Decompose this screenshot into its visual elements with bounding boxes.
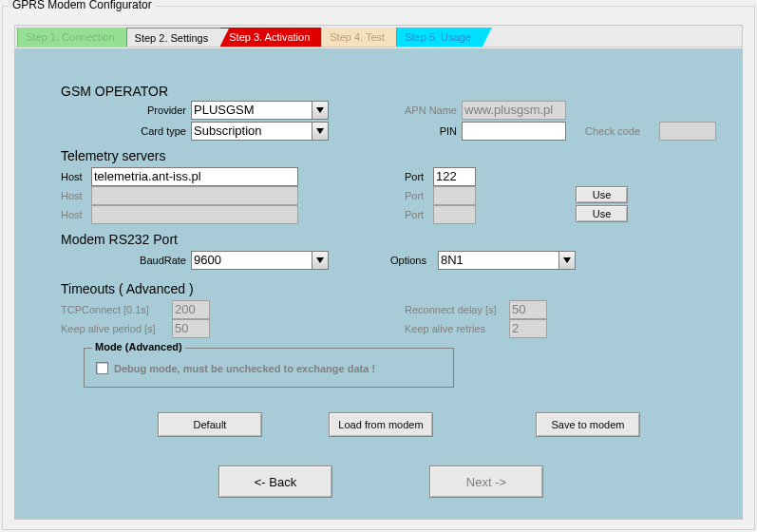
retries-value: 2 xyxy=(512,321,519,335)
use2-button[interactable]: Use xyxy=(576,186,628,203)
default-button[interactable]: Default xyxy=(158,412,262,437)
cardtype-select[interactable]: Subscription xyxy=(191,122,329,141)
baudrate-label: BaudRate xyxy=(120,255,186,266)
wizard-tabs: Step 1. Connection Step 2. Settings Step… xyxy=(14,25,743,48)
tab-label: Step 3. Activation xyxy=(229,31,310,43)
cardtype-label: Card type xyxy=(120,125,186,137)
port1-label: Port xyxy=(405,171,428,182)
port2-input xyxy=(433,186,476,205)
apn-input: www.plusgsm.pl xyxy=(462,101,566,120)
reconnect-input: 50 xyxy=(509,300,547,319)
keepalive-label: Keep alive period [s] xyxy=(61,323,165,334)
use-label: Use xyxy=(593,189,612,200)
host1-input[interactable]: telemetria.ant-iss.pl xyxy=(91,167,298,186)
host1-value: telemetria.ant-iss.pl xyxy=(94,169,201,183)
chevron-down-icon xyxy=(312,252,328,269)
reconnect-label: Reconnect delay [s] xyxy=(405,304,509,315)
tab-label: Step 5. Usage xyxy=(405,31,471,43)
rs232-title: Modem RS232 Port xyxy=(61,232,178,247)
port1-value: 122 xyxy=(436,169,457,183)
options-select[interactable]: 8N1 xyxy=(438,251,576,270)
reconnect-value: 50 xyxy=(512,302,525,316)
keepalive-value: 50 xyxy=(175,321,188,335)
save-label: Save to modem xyxy=(551,419,624,430)
port2-label: Port xyxy=(405,190,428,201)
tcpconnect-value: 200 xyxy=(175,302,196,316)
host2-label: Host xyxy=(61,190,89,201)
port1-input[interactable]: 122 xyxy=(433,167,476,186)
tab-label: Step 4. Test xyxy=(330,31,385,43)
use-label: Use xyxy=(593,208,612,219)
next-label: Next -> xyxy=(466,475,506,489)
tab-label: Step 2. Settings xyxy=(135,32,209,44)
host1-label: Host xyxy=(61,171,89,182)
baudrate-select[interactable]: 9600 xyxy=(191,251,329,270)
checkbox-box-icon xyxy=(96,362,108,374)
tab-test[interactable]: Step 4. Test xyxy=(321,28,396,47)
gsm-operator-title: GSM OPERATOR xyxy=(61,84,168,99)
debug-mode-label: Debug mode, must be unchecked to exchang… xyxy=(114,363,375,374)
next-button: Next -> xyxy=(429,466,543,498)
port3-input xyxy=(433,205,476,224)
load-label: Load from modem xyxy=(338,419,423,430)
timeouts-title: Timeouts ( Advanced ) xyxy=(61,281,194,296)
checkcode-input xyxy=(659,122,716,141)
cardtype-value: Subscription xyxy=(194,124,262,138)
options-value: 8N1 xyxy=(441,253,464,267)
mode-legend: Mode (Advanced) xyxy=(92,341,185,352)
use3-button[interactable]: Use xyxy=(576,205,628,222)
host3-input xyxy=(91,205,298,224)
default-label: Default xyxy=(194,419,227,430)
chevron-down-icon xyxy=(312,102,328,119)
provider-label: Provider xyxy=(120,104,186,116)
apn-value: www.plusgsm.pl xyxy=(464,103,553,117)
host2-input xyxy=(91,186,298,205)
back-label: <- Back xyxy=(255,475,296,489)
tcpconnect-input: 200 xyxy=(172,300,210,319)
provider-value: PLUSGSM xyxy=(194,103,255,117)
checkcode-label: Check code xyxy=(585,125,652,137)
tcpconnect-label: TCPConnect [0.1s] xyxy=(61,304,165,315)
mode-groupbox: Mode (Advanced) Debug mode, must be unch… xyxy=(84,348,454,388)
provider-select[interactable]: PLUSGSM xyxy=(191,101,329,120)
debug-mode-checkbox[interactable]: Debug mode, must be unchecked to exchang… xyxy=(96,362,375,374)
tab-usage[interactable]: Step 5. Usage xyxy=(396,28,483,47)
retries-label: Keep alive retries xyxy=(405,323,509,334)
chevron-down-icon xyxy=(312,123,328,140)
load-from-modem-button[interactable]: Load from modem xyxy=(329,412,433,437)
window-title: GPRS Modem Configurator xyxy=(9,0,156,11)
tab-connection[interactable]: Step 1. Connection xyxy=(17,28,126,47)
options-label: Options xyxy=(390,255,438,266)
back-button[interactable]: <- Back xyxy=(218,466,332,498)
baudrate-value: 9600 xyxy=(194,253,221,267)
tab-activation[interactable]: Step 3. Activation xyxy=(220,28,321,47)
apn-label: APN Name xyxy=(390,104,457,116)
host3-label: Host xyxy=(61,209,89,220)
pin-input[interactable] xyxy=(462,122,566,141)
tab-settings[interactable]: Step 2. Settings xyxy=(126,28,221,47)
tab-label: Step 1. Connection xyxy=(26,31,115,43)
keepalive-input: 50 xyxy=(172,319,210,338)
chevron-down-icon xyxy=(558,252,575,269)
save-to-modem-button[interactable]: Save to modem xyxy=(536,412,640,437)
pin-label: PIN xyxy=(390,125,457,137)
retries-input: 2 xyxy=(509,319,547,338)
settings-panel: GSM OPERATOR Provider PLUSGSM Card type … xyxy=(14,48,743,520)
telemetry-title: Telemetry servers xyxy=(61,148,165,163)
port3-label: Port xyxy=(405,209,428,220)
